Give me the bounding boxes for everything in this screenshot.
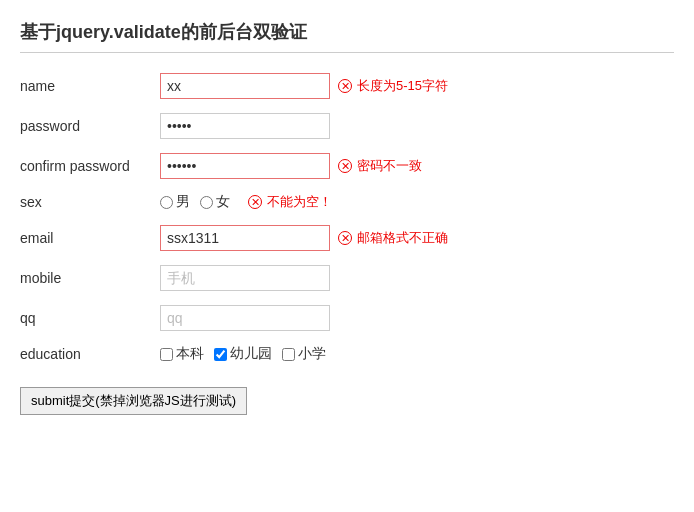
education-checkbox-xx[interactable] [282, 348, 295, 361]
education-option-yek: 幼儿园 [214, 345, 272, 363]
education-label: education [20, 346, 160, 362]
email-label: email [20, 230, 160, 246]
name-label: name [20, 78, 160, 94]
education-row: education 本科 幼儿园 小学 [20, 345, 674, 363]
submit-button[interactable]: submit提交(禁掉浏览器JS进行测试) [20, 387, 247, 415]
email-row: email ✕ 邮箱格式不正确 [20, 225, 674, 251]
education-label-yek: 幼儿园 [230, 345, 272, 363]
email-error: ✕ 邮箱格式不正确 [338, 229, 448, 247]
confirm-password-label: confirm password [20, 158, 160, 174]
name-error-icon: ✕ [338, 79, 352, 93]
mobile-row: mobile [20, 265, 674, 291]
mobile-label: mobile [20, 270, 160, 286]
confirm-password-row: confirm password ✕ 密码不一致 [20, 153, 674, 179]
name-error: ✕ 长度为5-15字符 [338, 77, 448, 95]
name-row: name ✕ 长度为5-15字符 [20, 73, 674, 99]
password-input[interactable] [160, 113, 330, 139]
confirm-password-error: ✕ 密码不一致 [338, 157, 422, 175]
confirm-password-input[interactable] [160, 153, 330, 179]
sex-label-female: 女 [216, 193, 230, 211]
education-options: 本科 幼儿园 小学 [160, 345, 336, 363]
education-label-bk: 本科 [176, 345, 204, 363]
email-error-icon: ✕ [338, 231, 352, 245]
sex-row: sex 男 女 ✕ 不能为空！ [20, 193, 674, 211]
sex-radio-female[interactable] [200, 196, 213, 209]
sex-radio-male[interactable] [160, 196, 173, 209]
sex-error: ✕ 不能为空！ [248, 193, 332, 211]
name-input[interactable] [160, 73, 330, 99]
sex-options: 男 女 ✕ 不能为空！ [160, 193, 332, 211]
sex-label: sex [20, 194, 160, 210]
sex-option-female: 女 [200, 193, 230, 211]
sex-error-icon: ✕ [248, 195, 262, 209]
password-row: password [20, 113, 674, 139]
sex-label-male: 男 [176, 193, 190, 211]
confirm-password-error-icon: ✕ [338, 159, 352, 173]
qq-label: qq [20, 310, 160, 326]
mobile-input[interactable] [160, 265, 330, 291]
education-option-xx: 小学 [282, 345, 326, 363]
education-option-bk: 本科 [160, 345, 204, 363]
qq-input[interactable] [160, 305, 330, 331]
education-checkbox-bk[interactable] [160, 348, 173, 361]
page-title: 基于jquery.validate的前后台双验证 [20, 20, 674, 53]
password-label: password [20, 118, 160, 134]
sex-option-male: 男 [160, 193, 190, 211]
email-input[interactable] [160, 225, 330, 251]
education-label-xx: 小学 [298, 345, 326, 363]
education-checkbox-yek[interactable] [214, 348, 227, 361]
qq-row: qq [20, 305, 674, 331]
